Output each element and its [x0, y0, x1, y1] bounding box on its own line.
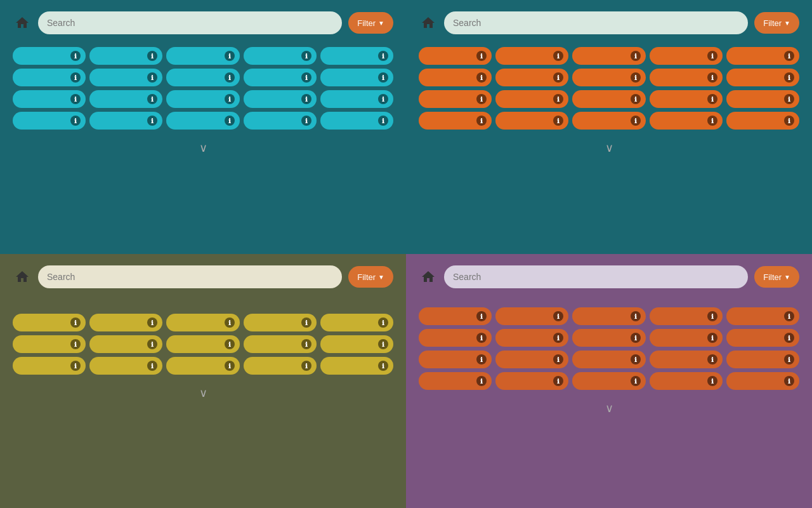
tag-item[interactable]: ℹ — [419, 307, 492, 325]
home-icon[interactable] — [419, 13, 438, 32]
tag-item[interactable]: ℹ — [650, 351, 723, 368]
filter-button[interactable]: Filter ▼ — [348, 266, 393, 288]
tag-item[interactable]: ℹ — [320, 69, 393, 86]
chevron-down-icon: ∨ — [199, 142, 207, 154]
tag-item[interactable]: ℹ — [244, 69, 317, 86]
info-icon: ℹ — [147, 94, 157, 104]
info-icon: ℹ — [553, 116, 563, 126]
tag-item[interactable]: ℹ — [244, 314, 317, 331]
tag-item[interactable]: ℹ — [320, 90, 393, 108]
tag-item[interactable]: ℹ — [419, 351, 492, 368]
tag-item[interactable]: ℹ — [419, 372, 492, 390]
tag-item[interactable]: ℹ — [13, 90, 86, 108]
tag-item[interactable]: ℹ — [726, 90, 799, 108]
tag-item[interactable]: ℹ — [419, 47, 492, 65]
tag-item[interactable]: ℹ — [166, 47, 239, 65]
tag-item[interactable]: ℹ — [572, 307, 645, 325]
search-input[interactable] — [38, 11, 342, 34]
show-more-button[interactable]: ∨ — [0, 381, 406, 405]
tag-item[interactable]: ℹ — [166, 314, 239, 331]
tag-item[interactable]: ℹ — [726, 372, 799, 390]
filter-button[interactable]: Filter ▼ — [754, 266, 799, 288]
tag-item[interactable]: ℹ — [650, 372, 723, 390]
tag-item[interactable]: ℹ — [244, 90, 317, 108]
tag-item[interactable]: ℹ — [89, 47, 162, 65]
tag-item[interactable]: ℹ — [13, 47, 86, 65]
home-icon[interactable] — [13, 267, 32, 286]
tag-item[interactable]: ℹ — [13, 314, 86, 331]
tag-item[interactable]: ℹ — [495, 372, 568, 390]
search-input[interactable] — [38, 265, 342, 288]
tag-item[interactable]: ℹ — [495, 69, 568, 86]
info-icon: ℹ — [225, 318, 235, 328]
tag-item[interactable]: ℹ — [726, 329, 799, 347]
tag-item[interactable]: ℹ — [572, 329, 645, 347]
tag-item[interactable]: ℹ — [89, 357, 162, 375]
tag-item[interactable]: ℹ — [89, 112, 162, 130]
tag-item[interactable]: ℹ — [89, 90, 162, 108]
tag-item[interactable]: ℹ — [419, 90, 492, 108]
search-input[interactable] — [444, 11, 748, 34]
tag-item[interactable]: ℹ — [650, 307, 723, 325]
tag-item[interactable]: ℹ — [320, 335, 393, 353]
tag-item[interactable]: ℹ — [495, 47, 568, 65]
tag-item[interactable]: ℹ — [495, 90, 568, 108]
tag-item[interactable]: ℹ — [419, 329, 492, 347]
tag-item[interactable]: ℹ — [244, 112, 317, 130]
tag-item[interactable]: ℹ — [650, 329, 723, 347]
tag-item[interactable]: ℹ — [572, 69, 645, 86]
tags-grid: ℹℹℹℹℹℹℹℹℹℹℹℹℹℹℹℹℹℹℹℹ — [0, 41, 406, 136]
info-icon: ℹ — [70, 72, 81, 83]
tag-item[interactable]: ℹ — [726, 307, 799, 325]
tag-item[interactable]: ℹ — [166, 112, 239, 130]
tag-item[interactable]: ℹ — [726, 69, 799, 86]
tag-item[interactable]: ℹ — [650, 47, 723, 65]
tag-item[interactable]: ℹ — [244, 47, 317, 65]
tag-item[interactable]: ℹ — [572, 372, 645, 390]
tag-item[interactable]: ℹ — [320, 47, 393, 65]
filter-button[interactable]: Filter ▼ — [348, 12, 393, 34]
tag-item[interactable]: ℹ — [572, 47, 645, 65]
tag-item[interactable]: ℹ — [495, 307, 568, 325]
filter-button[interactable]: Filter ▼ — [754, 12, 799, 34]
tag-item[interactable]: ℹ — [572, 112, 645, 130]
tag-item[interactable]: ℹ — [650, 112, 723, 130]
show-more-button[interactable]: ∨ — [406, 136, 812, 160]
home-icon[interactable] — [13, 13, 32, 32]
tag-item[interactable]: ℹ — [320, 357, 393, 375]
tag-item[interactable]: ℹ — [495, 112, 568, 130]
tag-item[interactable]: ℹ — [166, 90, 239, 108]
tag-item[interactable]: ℹ — [166, 69, 239, 86]
tag-item[interactable]: ℹ — [320, 112, 393, 130]
tag-item[interactable]: ℹ — [13, 335, 86, 353]
tag-item[interactable]: ℹ — [726, 47, 799, 65]
search-input[interactable] — [444, 265, 748, 288]
tag-item[interactable]: ℹ — [419, 69, 492, 86]
tag-item[interactable]: ℹ — [13, 357, 86, 375]
search-bar: Filter ▼ — [0, 254, 406, 295]
tag-item[interactable]: ℹ — [650, 90, 723, 108]
home-icon[interactable] — [419, 267, 438, 286]
info-icon: ℹ — [631, 311, 641, 321]
tag-item[interactable]: ℹ — [495, 329, 568, 347]
tag-item[interactable]: ℹ — [650, 69, 723, 86]
tag-item[interactable]: ℹ — [244, 357, 317, 375]
tag-item[interactable]: ℹ — [726, 351, 799, 368]
chevron-down-icon: ∨ — [605, 142, 613, 154]
tag-item[interactable]: ℹ — [572, 351, 645, 368]
show-more-button[interactable]: ∨ — [406, 396, 812, 420]
tag-item[interactable]: ℹ — [166, 357, 239, 375]
tag-item[interactable]: ℹ — [13, 112, 86, 130]
tag-item[interactable]: ℹ — [89, 335, 162, 353]
show-more-button[interactable]: ∨ — [0, 136, 406, 160]
tag-item[interactable]: ℹ — [13, 69, 86, 86]
tag-item[interactable]: ℹ — [495, 351, 568, 368]
tag-item[interactable]: ℹ — [726, 112, 799, 130]
tag-item[interactable]: ℹ — [419, 112, 492, 130]
tag-item[interactable]: ℹ — [89, 314, 162, 331]
tag-item[interactable]: ℹ — [572, 90, 645, 108]
tag-item[interactable]: ℹ — [166, 335, 239, 353]
tag-item[interactable]: ℹ — [244, 335, 317, 353]
tag-item[interactable]: ℹ — [89, 69, 162, 86]
tag-item[interactable]: ℹ — [320, 314, 393, 331]
